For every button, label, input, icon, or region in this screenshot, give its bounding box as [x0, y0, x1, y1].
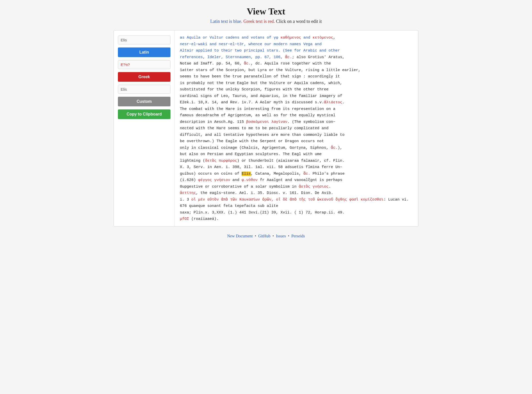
page-title: View Text — [247, 6, 285, 17]
main-container: Latin Greek Custom Copy to Clipboard as … — [114, 30, 418, 227]
greek-button[interactable]: Greek — [118, 72, 170, 82]
clipboard-button[interactable]: Copy to Clipboard — [118, 109, 170, 119]
issues-link[interactable]: Issues — [276, 234, 286, 238]
github-link[interactable]: GitHub — [258, 234, 270, 238]
sep3: • — [288, 234, 289, 238]
highlighted-word[interactable]: Elis — [242, 172, 251, 176]
latin-input[interactable] — [118, 36, 170, 44]
subtitle: Latin text is blue. Greek text is red. C… — [210, 19, 322, 24]
custom-button[interactable]: Custom — [118, 97, 170, 106]
custom-input[interactable] — [118, 85, 170, 94]
sep1: • — [255, 234, 256, 238]
subtitle-latin: Latin text is blue. — [210, 19, 242, 24]
text-area[interactable]: as Aquila or Vultur cadens and votans of… — [175, 30, 418, 226]
subtitle-note: Click on a word to edit it — [276, 19, 322, 24]
footer: New Document • GitHub • Issues • Perseid… — [227, 234, 305, 238]
sep2: • — [272, 234, 274, 238]
latin-button[interactable]: Latin — [118, 47, 170, 57]
subtitle-greek: Greek text is red. — [243, 19, 275, 24]
greek-input[interactable] — [118, 60, 170, 69]
perseids-link[interactable]: Perseids — [291, 234, 305, 238]
new-document-link[interactable]: New Document — [227, 234, 253, 238]
sidebar: Latin Greek Custom Copy to Clipboard — [114, 30, 175, 226]
